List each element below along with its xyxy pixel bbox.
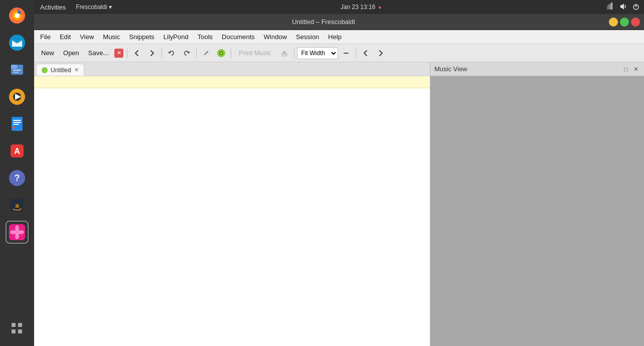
nav-back-button[interactable] (130, 46, 144, 60)
maximize-button[interactable]: □ (620, 18, 629, 27)
page-prev-button[interactable] (359, 46, 373, 60)
save-button[interactable]: Save... (84, 48, 112, 58)
music-view-pane: Music View □ ✕ (430, 62, 644, 346)
svg-rect-28 (18, 323, 22, 327)
recording-dot: ● (378, 5, 381, 10)
sidebar-item-rhythmbox[interactable] (6, 85, 29, 108)
svg-text:?: ? (15, 173, 20, 183)
music-view-content (430, 76, 644, 346)
svg-rect-30 (18, 329, 22, 333)
toolbar-sep-2 (162, 48, 162, 59)
sidebar-item-writer[interactable] (6, 112, 29, 135)
sidebar-item-apps[interactable] (6, 317, 29, 340)
svg-rect-14 (13, 124, 19, 125)
frescobaldi-window: Untitled – Frescobaldi – □ ✕ File Edit V… (34, 14, 644, 346)
svg-rect-42 (282, 53, 287, 55)
taskbar: A ? a (0, 0, 34, 346)
network-icon[interactable] (606, 3, 614, 12)
music-view-header: Music View □ ✕ (430, 62, 644, 76)
sidebar-item-appcenter[interactable]: A (6, 139, 29, 162)
power-icon[interactable] (632, 3, 640, 12)
close-button[interactable]: ✕ (631, 18, 640, 27)
tab-bar: Untitled ✕ (34, 62, 430, 76)
svg-rect-6 (13, 70, 21, 71)
editor-content (34, 76, 430, 346)
window-controls: – □ ✕ (609, 18, 640, 27)
menu-documents[interactable]: Documents (218, 32, 259, 42)
svg-point-2 (15, 13, 20, 18)
menu-lilypond[interactable]: LilyPond (159, 32, 193, 42)
sidebar-item-firefox[interactable] (6, 4, 29, 27)
menu-file[interactable]: File (36, 32, 55, 42)
panel-center: Jan 23 13:16 ● (116, 4, 606, 11)
undo-button[interactable] (165, 46, 179, 60)
svg-text:a: a (15, 202, 19, 209)
redo-button[interactable] (180, 46, 194, 60)
volume-icon[interactable] (619, 3, 627, 12)
music-view-minimize[interactable]: □ (622, 65, 630, 73)
compile-button[interactable] (214, 46, 228, 60)
toolbar-sep-3 (196, 48, 197, 59)
svg-point-24 (15, 233, 19, 239)
menu-help[interactable]: Help (324, 32, 346, 42)
tab-title: Untitled (51, 67, 71, 74)
tab-close-button[interactable]: ✕ (74, 67, 79, 73)
music-view-controls: □ ✕ (622, 65, 640, 73)
sidebar-item-inkscape[interactable] (6, 221, 29, 244)
nav-forward-button[interactable] (145, 46, 159, 60)
toolbar-sep-4 (231, 48, 231, 59)
activities-button[interactable]: Activities (34, 4, 72, 11)
svg-point-26 (18, 230, 24, 234)
zoom-out-button[interactable] (339, 46, 353, 60)
svg-rect-32 (608, 5, 609, 10)
svg-point-3 (9, 35, 25, 51)
music-view-title: Music View (434, 65, 467, 73)
svg-rect-27 (12, 323, 16, 327)
tab-status-icon (42, 67, 48, 73)
panel-time: Jan 23 13:16 (341, 4, 375, 11)
music-view-close[interactable]: ✕ (632, 65, 640, 73)
toolbar-sep-6 (356, 48, 356, 59)
menu-snippets[interactable]: Snippets (125, 32, 158, 42)
window-title: Untitled – Frescobaldi (292, 18, 355, 26)
svg-text:A: A (14, 147, 20, 155)
tab-untitled[interactable]: Untitled ✕ (36, 64, 84, 76)
svg-point-39 (220, 52, 222, 54)
toolbar: New Open Save... ✕ (34, 44, 644, 62)
app-menu[interactable]: Frescobaldi ▾ (72, 4, 116, 11)
svg-rect-43 (344, 53, 349, 54)
minimize-button[interactable]: – (609, 18, 618, 27)
sidebar-item-files[interactable] (6, 58, 29, 81)
svg-rect-7 (13, 72, 19, 73)
menubar: File Edit View Music Snippets LilyPond T… (34, 30, 644, 44)
svg-point-23 (15, 225, 19, 231)
zoom-select[interactable]: Fit Width Fit Height 100% 75% 50% (297, 47, 338, 59)
menu-session[interactable]: Session (292, 32, 323, 42)
menu-tools[interactable]: Tools (194, 32, 217, 42)
svg-rect-29 (12, 329, 16, 333)
menu-view[interactable]: View (76, 32, 98, 42)
print-icon-button[interactable] (277, 46, 291, 60)
open-button[interactable]: Open (59, 48, 83, 58)
ubuntu-panel: Activities Frescobaldi ▾ Jan 23 13:16 ● (34, 0, 644, 14)
menu-music[interactable]: Music (99, 32, 124, 42)
page-next-button[interactable] (374, 46, 388, 60)
svg-rect-5 (11, 65, 17, 69)
title-bar: Untitled – Frescobaldi – □ ✕ (34, 14, 644, 30)
svg-rect-12 (13, 120, 21, 121)
sidebar-item-amazon[interactable]: a (6, 194, 29, 217)
sidebar-item-thunderbird[interactable] (6, 31, 29, 54)
menu-edit[interactable]: Edit (56, 32, 75, 42)
svg-point-25 (10, 230, 16, 234)
menu-window[interactable]: Window (260, 32, 291, 42)
close-file-button[interactable]: ✕ (114, 49, 123, 58)
sidebar-item-help[interactable]: ? (6, 166, 29, 190)
svg-rect-34 (611, 3, 612, 10)
print-music-button[interactable]: Print Music (234, 48, 276, 58)
edit-icon-button[interactable] (199, 46, 213, 60)
notification-bar (34, 76, 430, 88)
toolbar-sep-5 (294, 48, 294, 59)
system-tray (606, 3, 644, 12)
editor-textarea[interactable] (34, 88, 430, 346)
new-button[interactable]: New (37, 48, 58, 58)
